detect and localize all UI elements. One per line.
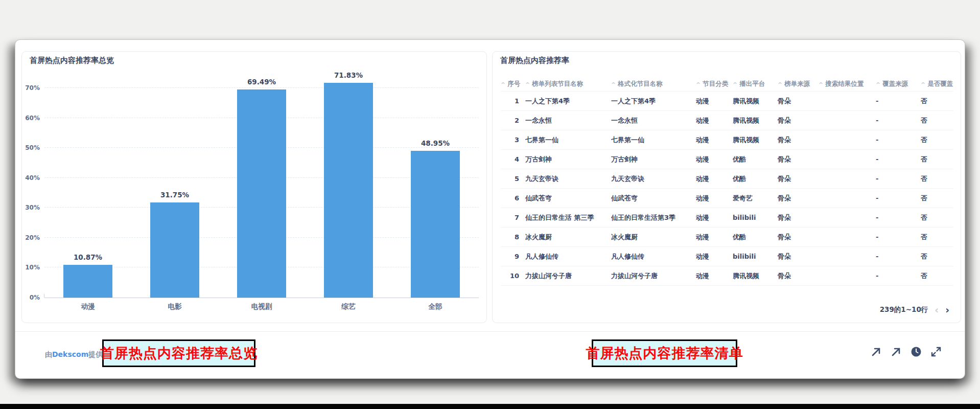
table-row[interactable]: 7仙王的日常生活 第三季仙王的日常生活第3季动漫bilibili骨朵-否 (501, 208, 953, 228)
chart-panel-title: 首屏热点内容推荐率总览 (30, 56, 114, 65)
table-cell: 动漫 (696, 271, 733, 281)
table-cell: - (876, 155, 921, 163)
sort-caret-icon[interactable]: ^ (501, 82, 505, 87)
table-cell: 否 (921, 194, 953, 203)
table-row[interactable]: 6仙武苍穹仙武苍穹动漫爱奇艺骨朵-否 (501, 189, 953, 208)
table-cell: - (876, 214, 921, 221)
column-header-格式化节目名称[interactable]: ^格式化节目名称 (611, 80, 696, 88)
arrow-up-right-icon[interactable] (870, 346, 882, 358)
table-row[interactable]: 2一念永恒一念永恒动漫腾讯视频骨朵-否 (501, 111, 953, 130)
column-header-搜索结果位置[interactable]: ^搜索结果位置 (819, 80, 876, 88)
pagination-next-button[interactable]: › (945, 305, 949, 315)
table-cell: 腾讯视频 (733, 135, 778, 145)
table-cell: 骨朵 (778, 174, 819, 184)
sort-caret-icon[interactable]: ^ (525, 82, 530, 87)
y-axis-tick-label: 0% (30, 294, 40, 301)
sort-caret-icon[interactable]: ^ (696, 82, 701, 87)
y-axis-tick-label: 60% (25, 115, 40, 122)
table-cell: 否 (921, 271, 953, 281)
table-cell: - (876, 175, 921, 183)
sort-caret-icon[interactable]: ^ (819, 82, 823, 87)
table-row[interactable]: 10力拔山河兮子唐力拔山河兮子唐动漫腾讯视频骨朵-否 (501, 266, 953, 286)
table-cell: bilibili (733, 253, 778, 260)
table-row[interactable]: 5九天玄帝诀九天玄帝诀动漫优酷骨朵-否 (501, 169, 953, 189)
gridline (44, 87, 479, 88)
chart-bar-动漫[interactable] (63, 265, 112, 298)
table-body: 1一人之下第4季一人之下第4季动漫腾讯视频骨朵-否2一念永恒一念永恒动漫腾讯视频… (493, 92, 961, 286)
table-cell: 动漫 (696, 116, 733, 125)
column-header-榜单来源[interactable]: ^榜单来源 (778, 80, 819, 88)
table-cell: 动漫 (696, 97, 733, 106)
table-cell: 否 (921, 155, 953, 164)
sort-caret-icon[interactable]: ^ (778, 82, 782, 87)
table-cell: 九天玄帝诀 (525, 174, 611, 184)
column-header-榜单列表节目名称[interactable]: ^榜单列表节目名称 (525, 80, 611, 88)
pagination-prev-button[interactable]: ‹ (935, 305, 939, 315)
y-axis-tick-label: 40% (25, 174, 40, 181)
table-row[interactable]: 8冰火魔厨冰火魔厨动漫优酷骨朵-否 (501, 228, 953, 247)
column-header-序号[interactable]: ^序号 (501, 80, 525, 88)
column-header-节目分类[interactable]: ^节目分类 (696, 80, 733, 88)
arrow-up-right-icon[interactable] (890, 346, 902, 358)
expand-icon[interactable] (930, 346, 942, 358)
sort-caret-icon[interactable]: ^ (876, 82, 880, 87)
table-row[interactable]: 3七界第一仙七界第一仙动漫腾讯视频骨朵-否 (501, 130, 953, 150)
sort-caret-icon[interactable]: ^ (733, 82, 737, 87)
sort-caret-icon[interactable]: ^ (921, 82, 925, 87)
dashboard-screenshot: 首屏热点内容推荐率总览 0%10%20%30%40%50%60%70%10.87… (0, 0, 980, 409)
table-cell: - (876, 97, 921, 105)
table-cell: 9 (501, 253, 525, 260)
x-axis-category-label: 电视剧 (218, 302, 305, 311)
y-axis-tick-label: 50% (25, 144, 40, 151)
table-cell: 骨朵 (778, 271, 819, 281)
y-axis-tick-label: 30% (25, 204, 40, 211)
table-row[interactable]: 1一人之下第4季一人之下第4季动漫腾讯视频骨朵-否 (501, 92, 953, 111)
table-cell: 腾讯视频 (733, 271, 778, 281)
table-cell: - (876, 253, 921, 260)
table-cell: 爱奇艺 (733, 194, 778, 203)
table-cell: 优酷 (733, 174, 778, 184)
table-cell: 力拔山河兮子唐 (611, 271, 696, 281)
column-header-label: 覆盖来源 (882, 80, 908, 88)
footer: 由Dekscom提供支持 首屏热点内容推荐率总览 首屏热点内容推荐率清单 (15, 331, 965, 378)
table-cell: 腾讯视频 (733, 116, 778, 125)
table-cell: 一念永恒 (525, 116, 611, 125)
clock-icon[interactable] (910, 346, 922, 358)
table-cell: 6 (501, 194, 525, 202)
table-cell: - (876, 233, 921, 241)
y-axis-tick-label: 10% (25, 264, 40, 271)
chart-bar-综艺[interactable] (324, 83, 373, 298)
table-panel-title: 首屏热点内容推荐率 (500, 56, 569, 65)
column-header-label: 节目分类 (703, 80, 728, 88)
table-cell: 骨朵 (778, 116, 819, 125)
chart-bar-电影[interactable] (150, 202, 199, 298)
table-cell: 仙武苍穹 (611, 194, 696, 203)
powered-by-brand: Dekscom (52, 350, 88, 358)
table-cell: 优酷 (733, 233, 778, 242)
table-cell: 否 (921, 97, 953, 106)
table-row[interactable]: 9凡人修仙传凡人修仙传动漫bilibili骨朵-否 (501, 247, 953, 266)
sort-caret-icon[interactable]: ^ (611, 82, 616, 87)
chart-bar-电视剧[interactable] (237, 89, 286, 298)
column-header-label: 是否覆盖 (927, 80, 953, 88)
column-header-播出平台[interactable]: ^播出平台 (733, 80, 778, 88)
pagination: 239的1~10行 ‹ › (880, 303, 949, 316)
table-cell: - (876, 117, 921, 124)
pagination-label: 239的1~10行 (880, 305, 928, 314)
table-row[interactable]: 4万古剑神万古剑神动漫优酷骨朵-否 (501, 150, 953, 169)
table-cell: 否 (921, 135, 953, 145)
chart-bar-全部[interactable] (411, 151, 460, 298)
bar-chart: 0%10%20%30%40%50%60%70%10.87%动漫31.75%电影6… (44, 74, 479, 298)
column-header-label: 格式化节目名称 (618, 80, 663, 88)
table-cell: 否 (921, 252, 953, 261)
table-cell: 否 (921, 174, 953, 184)
bar-value-label: 71.83% (305, 71, 392, 79)
column-header-是否覆盖[interactable]: ^是否覆盖 (921, 80, 953, 88)
table-cell: 一人之下第4季 (525, 97, 611, 106)
table-cell: 仙王的日常生活第3季 (611, 213, 696, 222)
table-cell: 否 (921, 233, 953, 242)
y-axis-tick-label: 70% (25, 84, 40, 92)
x-axis-category-label: 全部 (392, 302, 479, 311)
table-cell: 否 (921, 213, 953, 222)
column-header-覆盖来源[interactable]: ^覆盖来源 (876, 80, 921, 88)
